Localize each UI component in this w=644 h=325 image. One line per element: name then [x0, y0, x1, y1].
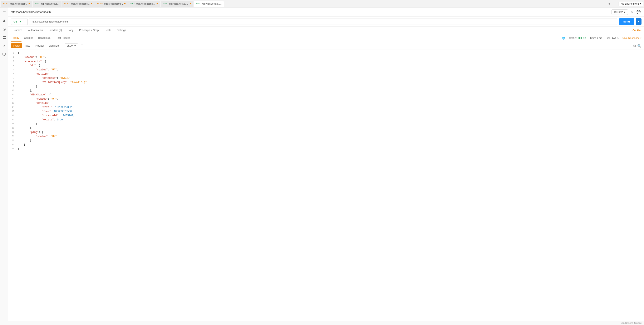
- line-content: }: [18, 143, 644, 147]
- req-tab-pre-request-script[interactable]: Pre-request Script: [76, 27, 102, 34]
- line-number: 10: [8, 89, 18, 93]
- line-content: "exists": true: [18, 118, 644, 122]
- globe-icon[interactable]: 🌐: [562, 37, 565, 39]
- line-number: 18: [8, 122, 18, 126]
- resp-tab-headers-5[interactable]: Headers (5): [36, 34, 54, 42]
- url-bar-actions: Save ▾ ✎ 💬: [612, 9, 642, 15]
- line-content: "status": "UP",: [18, 97, 644, 101]
- line-content: "details": {: [18, 102, 644, 105]
- line-content: "total": 162895228928,: [18, 106, 644, 110]
- sidebar-icon-collections[interactable]: [1, 34, 8, 41]
- req-tab-tests[interactable]: Tests: [102, 27, 114, 34]
- line-content: "components": {: [18, 60, 644, 64]
- code-line-7: 7 "database": "MySQL",: [8, 76, 644, 81]
- view-tabs-container: PrettyRawPreviewVisualize: [11, 43, 61, 48]
- view-tab-pretty[interactable]: Pretty: [11, 43, 22, 48]
- line-content: "free": 105853378560,: [18, 110, 644, 114]
- body-view-actions: ⧉ 🔍: [633, 44, 642, 48]
- url-input[interactable]: [29, 18, 617, 25]
- req-tab-authorization[interactable]: Authorization: [25, 27, 46, 34]
- comment-button[interactable]: 💬: [636, 9, 642, 15]
- tab-method: POST: [64, 2, 70, 5]
- tab-tab3[interactable]: POSThttp://localhost/s...: [62, 1, 95, 7]
- no-environment-label: No Environment: [621, 2, 639, 5]
- line-content: "status": "UP",: [18, 56, 644, 60]
- req-tab-settings[interactable]: Settings: [114, 27, 129, 34]
- req-tab-body[interactable]: Body: [65, 27, 76, 34]
- sidebar-icon-monitor[interactable]: [1, 51, 8, 57]
- search-button[interactable]: 🔍: [637, 44, 642, 48]
- svg-rect-6: [4, 36, 6, 37]
- view-tab-preview[interactable]: Preview: [32, 43, 46, 48]
- resp-tabs-container: BodyCookiesHeaders (5)Test Results: [11, 34, 72, 42]
- response-status: 🌐 Status: 200 OK Time: 6 ms Size: 443 B …: [562, 37, 642, 39]
- add-tab-button[interactable]: +: [607, 1, 612, 6]
- line-number: 6: [8, 72, 18, 76]
- tab-url: http://localhost/o...: [104, 2, 123, 5]
- code-line-23: 23 }: [8, 143, 644, 147]
- line-content: "details": {: [18, 72, 644, 76]
- tab-tab1[interactable]: POSThttp://localhost/...: [1, 1, 32, 7]
- sidebar-icon-home[interactable]: [1, 9, 8, 16]
- svg-rect-10: [3, 53, 6, 55]
- view-tab-visualize[interactable]: Visualize: [46, 43, 61, 48]
- svg-rect-8: [4, 38, 6, 39]
- bottom-bar: CSDN ©Ding Jianlong: [0, 321, 644, 325]
- line-content: "database": "MySQL",: [18, 77, 644, 80]
- line-number: 1: [8, 52, 18, 55]
- code-line-17: 17 "exists": true: [8, 118, 644, 122]
- line-content: }: [18, 139, 644, 143]
- line-content: }: [18, 147, 644, 151]
- view-tab-raw[interactable]: Raw: [22, 43, 32, 48]
- req-tab-headers-7[interactable]: Headers (7): [46, 27, 65, 34]
- resp-tab-cookies[interactable]: Cookies: [22, 34, 36, 42]
- code-line-15: 15 "free": 105853378560,: [8, 110, 644, 114]
- tab-dot: [190, 3, 191, 4]
- resp-tab-test-results[interactable]: Test Results: [54, 34, 72, 42]
- tab-tab2[interactable]: GEThttp://localhost/s...: [33, 1, 61, 7]
- tabs-container: POSThttp://localhost/...GEThttp://localh…: [1, 1, 224, 7]
- code-line-24: 24}: [8, 147, 644, 151]
- tab-method: POST: [3, 2, 9, 5]
- tab-tab5[interactable]: GEThttp://localhost/m...: [128, 1, 160, 7]
- env-chevron-icon: ▾: [640, 2, 641, 5]
- code-line-21: 21 "status": "UP": [8, 135, 644, 139]
- line-content: },: [18, 127, 644, 130]
- main-layout: http://localhost:81/actuator/health Save…: [0, 7, 644, 321]
- line-number: 4: [8, 64, 18, 68]
- line-number: 20: [8, 131, 18, 135]
- method-select[interactable]: GET ▾: [11, 18, 28, 25]
- sidebar-icon-settings[interactable]: [1, 42, 8, 49]
- save-response-button[interactable]: Save Response ▾: [622, 37, 642, 39]
- content-area: http://localhost:81/actuator/health Save…: [8, 7, 644, 321]
- copy-button[interactable]: ⧉: [633, 44, 636, 48]
- code-line-12: 12 "status": "UP",: [8, 97, 644, 101]
- format-select[interactable]: JSON ▾: [65, 43, 78, 48]
- tab-tab7[interactable]: GEThttp://localhost:81...: [194, 1, 224, 7]
- more-tabs-button[interactable]: ···: [612, 1, 618, 6]
- size-value: 443 B: [612, 37, 618, 39]
- line-number: 17: [8, 118, 18, 122]
- tab-tab6[interactable]: GEThttp://localhost/81...: [161, 1, 194, 7]
- save-button[interactable]: Save ▾: [612, 9, 628, 15]
- edit-button[interactable]: ✎: [630, 9, 634, 15]
- environment-select[interactable]: No Environment ▾: [618, 1, 643, 6]
- line-number: 16: [8, 114, 18, 118]
- cookies-link[interactable]: Cookies: [632, 27, 642, 34]
- format-label: JSON: [67, 44, 74, 47]
- tab-dot: [124, 3, 126, 4]
- sidebar-icon-history[interactable]: [1, 26, 8, 32]
- sidebar-icon-people[interactable]: [1, 17, 8, 24]
- line-content: "status": "UP": [18, 135, 644, 139]
- url-bar-title: http://localhost:81/actuator/health: [11, 10, 610, 13]
- tab-url: http://localhost/81...: [168, 2, 188, 5]
- send-arrow-button[interactable]: ▾: [636, 18, 642, 25]
- req-tab-params[interactable]: Params: [11, 27, 25, 34]
- send-button[interactable]: Send: [619, 18, 634, 25]
- sidebar: [0, 7, 8, 321]
- resp-tab-body[interactable]: Body: [11, 34, 22, 42]
- line-content: "ping": {: [18, 131, 644, 135]
- tab-tab4[interactable]: POSThttp://localhost/o...: [95, 1, 128, 7]
- svg-point-9: [4, 45, 4, 46]
- wrap-icon[interactable]: ☰: [80, 44, 84, 48]
